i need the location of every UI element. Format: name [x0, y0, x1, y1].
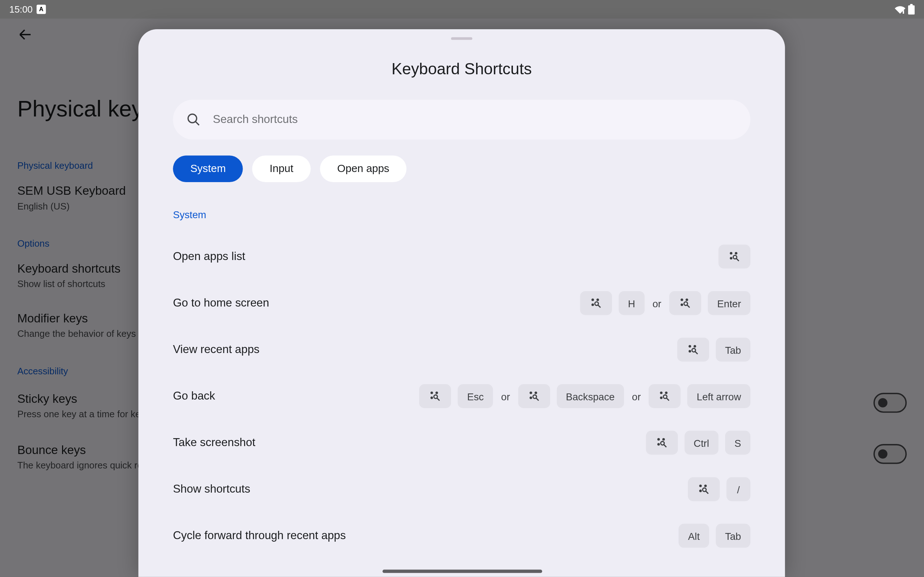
- svg-point-1: [903, 9, 904, 10]
- meta-key-icon: [580, 291, 612, 315]
- status-bar: 15:00 A: [0, 0, 924, 19]
- sheet-title: Keyboard Shortcuts: [138, 60, 785, 79]
- key-esc: Esc: [458, 384, 493, 408]
- battery-icon: [908, 4, 914, 15]
- svg-point-14: [595, 302, 598, 305]
- shortcut-label: Take screenshot: [173, 436, 646, 449]
- svg-point-36: [660, 392, 663, 394]
- svg-point-21: [688, 345, 691, 348]
- shortcut-list: Open apps list Go to home screen H or En…: [173, 233, 750, 559]
- svg-point-37: [665, 392, 668, 394]
- svg-point-29: [434, 395, 438, 398]
- svg-line-5: [195, 121, 199, 125]
- key-s: S: [725, 430, 750, 455]
- search-icon: [186, 112, 201, 127]
- svg-point-18: [681, 304, 683, 306]
- svg-point-42: [662, 438, 664, 441]
- svg-point-11: [591, 298, 594, 301]
- meta-key-icon: [518, 384, 550, 408]
- shortcut-row-cycle-forward: Cycle forward through recent apps Alt Ta…: [173, 513, 750, 559]
- shortcut-label: Go to home screen: [173, 297, 580, 310]
- svg-point-23: [688, 350, 691, 353]
- shortcut-row-home: Go to home screen H or Enter: [173, 280, 750, 326]
- svg-point-6: [730, 252, 732, 255]
- svg-line-40: [667, 398, 669, 401]
- shortcut-row-screenshot: Take screenshot Ctrl S: [173, 419, 750, 466]
- key-alt: Alt: [679, 524, 709, 548]
- meta-key-icon: [688, 477, 720, 501]
- status-time: 15:00: [10, 4, 33, 15]
- svg-point-9: [733, 255, 737, 259]
- svg-rect-0: [903, 10, 904, 14]
- key-h: H: [619, 291, 645, 315]
- key-ctrl: Ctrl: [684, 430, 719, 455]
- shortcut-label: Show shortcuts: [173, 482, 688, 496]
- wifi-icon: [895, 5, 905, 14]
- svg-point-7: [735, 252, 737, 255]
- chip-open-apps[interactable]: Open apps: [320, 155, 406, 182]
- key-slash: /: [727, 477, 750, 501]
- svg-line-30: [437, 398, 439, 401]
- sheet-drag-handle[interactable]: [451, 37, 472, 40]
- svg-point-31: [529, 392, 531, 394]
- svg-point-38: [660, 397, 663, 399]
- shortcut-section-title: System: [173, 209, 750, 220]
- navigation-pill[interactable]: [382, 570, 542, 573]
- shortcut-row-open-apps-list: Open apps list: [173, 233, 750, 280]
- svg-point-4: [188, 114, 197, 123]
- svg-rect-2: [908, 5, 914, 15]
- svg-point-28: [431, 397, 433, 399]
- chip-system[interactable]: System: [173, 155, 243, 182]
- chip-input[interactable]: Input: [252, 155, 310, 182]
- key-enter: Enter: [708, 291, 750, 315]
- shortcut-row-back: Go back Esc or Backspace or Left arrow: [173, 373, 750, 419]
- or-separator: or: [651, 298, 663, 309]
- svg-point-44: [661, 442, 664, 445]
- svg-point-22: [693, 345, 696, 348]
- shortcut-row-recent: View recent apps Tab: [173, 326, 750, 373]
- svg-point-27: [436, 392, 438, 394]
- meta-key-icon: [669, 291, 701, 315]
- back-icon[interactable]: [17, 27, 33, 43]
- shortcut-label: View recent apps: [173, 343, 677, 356]
- meta-key-icon: [719, 245, 750, 268]
- bounce-keys-toggle[interactable]: [874, 443, 907, 463]
- key-backspace: Backspace: [557, 384, 624, 408]
- svg-point-19: [684, 302, 688, 305]
- svg-point-16: [681, 298, 683, 301]
- svg-point-41: [657, 438, 660, 441]
- or-separator: or: [500, 390, 512, 402]
- sticky-keys-toggle[interactable]: [874, 392, 907, 412]
- svg-point-49: [703, 488, 706, 492]
- svg-rect-3: [910, 4, 913, 6]
- category-chips: System Input Open apps: [173, 155, 750, 182]
- svg-point-17: [686, 298, 688, 301]
- svg-point-39: [663, 395, 667, 398]
- shortcut-label: Open apps list: [173, 250, 718, 263]
- svg-point-33: [529, 397, 531, 399]
- svg-point-32: [534, 392, 537, 394]
- svg-point-43: [657, 443, 660, 446]
- svg-line-15: [598, 305, 601, 308]
- svg-line-35: [536, 398, 538, 401]
- key-tab: Tab: [716, 338, 750, 361]
- svg-point-12: [596, 298, 599, 301]
- svg-point-47: [704, 485, 707, 487]
- shortcut-row-show-shortcuts: Show shortcuts /: [173, 466, 750, 513]
- meta-key-icon: [649, 384, 681, 408]
- meta-key-icon: [646, 430, 677, 455]
- search-input[interactable]: [213, 113, 737, 126]
- svg-line-50: [706, 491, 708, 494]
- key-tab: Tab: [716, 524, 750, 548]
- svg-point-34: [533, 395, 536, 398]
- svg-point-46: [699, 485, 702, 487]
- svg-point-8: [730, 257, 732, 259]
- meta-key-icon: [419, 384, 451, 408]
- search-field[interactable]: [173, 100, 750, 140]
- shortcut-label: Go back: [173, 390, 419, 403]
- auto-rotate-icon: A: [36, 5, 46, 14]
- key-left-arrow: Left arrow: [687, 384, 750, 408]
- shortcut-label: Cycle forward through recent apps: [173, 529, 678, 542]
- svg-line-25: [695, 351, 698, 354]
- svg-point-48: [699, 490, 702, 492]
